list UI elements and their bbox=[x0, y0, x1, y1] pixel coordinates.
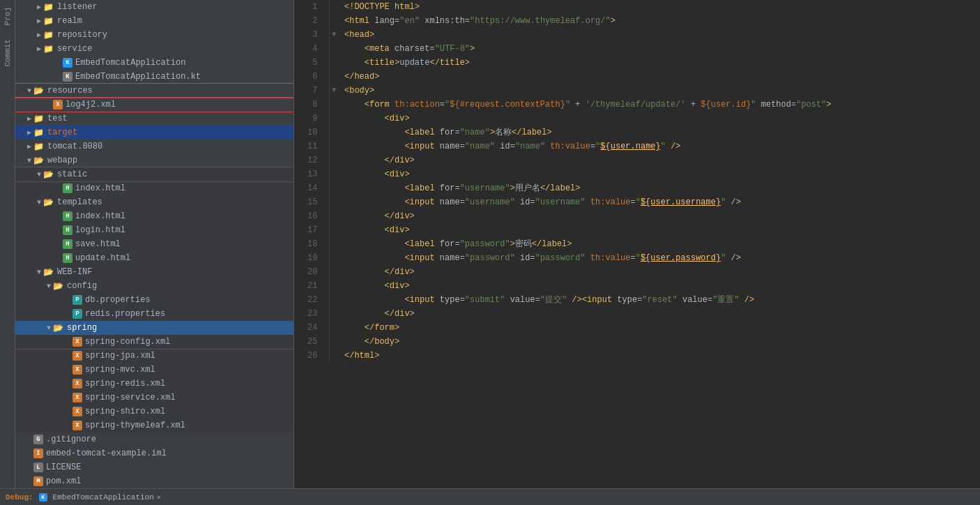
arrow-icon: ▶ bbox=[35, 17, 43, 25]
line-content[interactable]: </form> bbox=[339, 321, 980, 335]
arrow-icon: ▶ bbox=[25, 142, 33, 151]
arrow-icon: ▼ bbox=[45, 324, 53, 332]
tree-templates[interactable]: ▼ 📂 templates bbox=[15, 195, 293, 209]
line-number: 18 bbox=[294, 237, 329, 251]
tree-webapp[interactable]: ▼ 📂 webapp bbox=[15, 153, 293, 167]
tree-webinf[interactable]: ▼ 📂 WEB-INF bbox=[15, 265, 293, 279]
tree-spring-mvc[interactable]: ▶ X spring-mvc.xml bbox=[15, 363, 293, 377]
tree-pom[interactable]: ▶ M pom.xml bbox=[15, 474, 293, 488]
arrow-icon: ▼ bbox=[35, 199, 43, 206]
line-content[interactable]: </div> bbox=[339, 209, 980, 223]
line-content[interactable]: <input type="submit" value="提交" /><input… bbox=[339, 293, 980, 307]
code-table: 1 <!DOCTYPE html> 2 <html lang="en" xmln… bbox=[294, 0, 980, 363]
fold-gutter bbox=[329, 237, 339, 251]
tree-spring-jpa[interactable]: ▶ X spring-jpa.xml bbox=[15, 349, 293, 363]
tree-item-label: login.html bbox=[75, 225, 125, 235]
tree-log4j2[interactable]: ▶ X log4j2.xml bbox=[15, 98, 293, 112]
line-content[interactable]: <title>update</title> bbox=[339, 56, 980, 70]
git-icon: G bbox=[33, 435, 43, 444]
code-line: 12 </div> bbox=[294, 153, 980, 167]
tree-EmbedTomcatApplication[interactable]: ▶ K EmbedTomcatApplication bbox=[15, 56, 293, 70]
file-tab[interactable]: K EmbedTomcatApplication ✕ bbox=[39, 493, 161, 502]
tree-item-label: update.html bbox=[75, 253, 130, 263]
line-content[interactable]: <label for="name">名称</label> bbox=[339, 126, 980, 140]
line-content[interactable]: <!DOCTYPE html> bbox=[339, 0, 980, 14]
commit-label[interactable]: Commit bbox=[3, 39, 12, 67]
arrow-icon: ▼ bbox=[45, 282, 53, 290]
line-number: 21 bbox=[294, 279, 329, 293]
tree-spring-service[interactable]: ▶ X spring-service.xml bbox=[15, 391, 293, 405]
tree-service[interactable]: ▶ 📁 service bbox=[15, 42, 293, 56]
tree-redis-props[interactable]: ▶ P redis.properties bbox=[15, 307, 293, 321]
tree-item-label: spring-jpa.xml bbox=[85, 351, 155, 361]
code-editor[interactable]: 1 <!DOCTYPE html> 2 <html lang="en" xmln… bbox=[294, 0, 980, 488]
tree-spring-thymeleaf[interactable]: ▶ X spring-thymeleaf.xml bbox=[15, 419, 293, 432]
tree-license[interactable]: ▶ L LICENSE bbox=[15, 460, 293, 474]
line-content[interactable]: <body> bbox=[339, 84, 980, 98]
line-number: 20 bbox=[294, 265, 329, 279]
folder-open-icon: 📂 bbox=[43, 267, 54, 277]
tree-spring-config[interactable]: ▶ X spring-config.xml bbox=[15, 335, 293, 349]
tree-config[interactable]: ▼ 📂 config bbox=[15, 279, 293, 293]
code-line: 14 <label for="username">用户名</label> bbox=[294, 181, 980, 195]
line-content[interactable]: <div> bbox=[339, 223, 980, 237]
project-label[interactable]: Proj bbox=[3, 7, 12, 25]
html-icon: H bbox=[63, 239, 72, 249]
line-content[interactable]: <div> bbox=[339, 112, 980, 126]
tree-item-label: static bbox=[57, 169, 87, 179]
line-number: 4 bbox=[294, 42, 329, 56]
tree-db-props[interactable]: ▶ P db.properties bbox=[15, 293, 293, 307]
line-content[interactable]: <meta charset="UTF-8"> bbox=[339, 42, 980, 56]
tree-item-label: target bbox=[47, 128, 77, 137]
line-content[interactable]: <input name="password" id="password" th:… bbox=[339, 251, 980, 265]
tree-login[interactable]: ▶ H login.html bbox=[15, 223, 293, 237]
code-line: 21 <div> bbox=[294, 279, 980, 293]
line-content[interactable]: <head> bbox=[339, 28, 980, 42]
line-content[interactable]: <input name="name" id="name" th:value="$… bbox=[339, 140, 980, 153]
folder-icon: 📁 bbox=[33, 114, 45, 123]
file-tab-close[interactable]: ✕ bbox=[157, 493, 161, 502]
tree-target[interactable]: ▶ 📁 target bbox=[15, 126, 293, 140]
line-content[interactable]: </div> bbox=[339, 307, 980, 321]
license-icon: L bbox=[33, 462, 43, 472]
tree-EmbedTomcatApplication-kt[interactable]: ▶ K EmbedTomcatApplication.kt bbox=[15, 70, 293, 84]
line-content[interactable]: <label for="password">密码</label> bbox=[339, 237, 980, 251]
tree-gitignore[interactable]: ▶ G .gitignore bbox=[15, 432, 293, 446]
tree-listener[interactable]: ▶ 📁 listener bbox=[15, 0, 293, 14]
line-content[interactable]: </body> bbox=[339, 335, 980, 349]
tree-test[interactable]: ▶ 📁 test bbox=[15, 112, 293, 126]
tree-save[interactable]: ▶ H save.html bbox=[15, 237, 293, 251]
tree-realm[interactable]: ▶ 📁 realm bbox=[15, 14, 293, 28]
fold-gutter bbox=[329, 153, 339, 167]
line-content[interactable]: <div> bbox=[339, 279, 980, 293]
line-number: 10 bbox=[294, 126, 329, 140]
line-content[interactable]: </html> bbox=[339, 349, 980, 363]
line-content[interactable]: </div> bbox=[339, 153, 980, 167]
left-bar: Proj Commit bbox=[0, 0, 15, 488]
tree-index-tpl[interactable]: ▶ H index.html bbox=[15, 209, 293, 223]
xml-icon: X bbox=[72, 379, 82, 389]
line-content[interactable]: <div> bbox=[339, 167, 980, 181]
tree-index-static[interactable]: ▶ H index.html bbox=[15, 181, 293, 195]
tree-tomcat[interactable]: ▶ 📁 tomcat.8080 bbox=[15, 140, 293, 153]
tree-spring[interactable]: ▼ 📂 spring bbox=[15, 321, 293, 335]
arrow-icon: ▼ bbox=[35, 171, 43, 179]
tree-item-label: test bbox=[47, 114, 68, 123]
line-content[interactable]: </div> bbox=[339, 265, 980, 279]
tree-update[interactable]: ▶ H update.html bbox=[15, 251, 293, 265]
line-content[interactable]: <input name="username" id="username" th:… bbox=[339, 195, 980, 209]
tree-static[interactable]: ▼ 📂 static bbox=[15, 167, 293, 181]
line-content[interactable]: <label for="username">用户名</label> bbox=[339, 181, 980, 195]
tree-item-label: config bbox=[67, 281, 97, 291]
line-content[interactable]: </head> bbox=[339, 70, 980, 84]
line-number: 25 bbox=[294, 335, 329, 349]
tree-item-label: save.html bbox=[75, 239, 121, 249]
line-content[interactable]: <html lang="en" xmlns:th="https://www.th… bbox=[339, 14, 980, 28]
tree-spring-redis[interactable]: ▶ X spring-redis.xml bbox=[15, 377, 293, 391]
tree-spring-shiro[interactable]: ▶ X spring-shiro.xml bbox=[15, 405, 293, 419]
line-content[interactable]: <form th:action="${#request.contextPath}… bbox=[339, 98, 980, 112]
tree-item-label: index.html bbox=[75, 211, 125, 221]
tree-iml[interactable]: ▶ I embed-tomcat-example.iml bbox=[15, 446, 293, 460]
tree-repository[interactable]: ▶ 📁 repository bbox=[15, 28, 293, 42]
tree-resources[interactable]: ▼ 📂 resources bbox=[15, 84, 293, 98]
